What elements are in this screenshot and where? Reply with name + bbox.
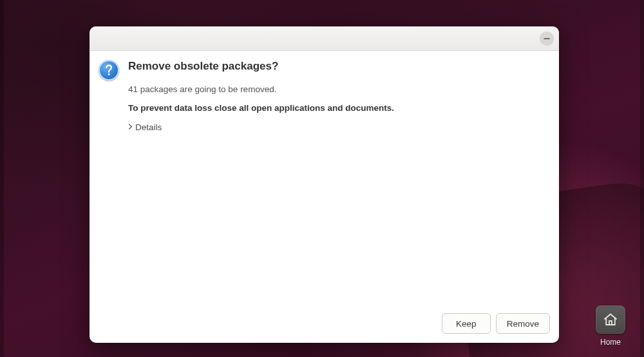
chevron-right-icon	[128, 122, 133, 131]
remove-button[interactable]: Remove	[496, 313, 550, 334]
details-expander[interactable]: Details	[128, 122, 162, 132]
svg-point-1	[108, 73, 110, 75]
details-label: Details	[135, 122, 162, 132]
dialog-message: 41 packages are going to be removed.	[128, 84, 546, 94]
desktop-home-label: Home	[592, 338, 629, 347]
titlebar	[90, 26, 559, 51]
keep-button[interactable]: Keep	[442, 313, 491, 334]
dialog-content: Remove obsolete packages? 41 packages ar…	[90, 51, 559, 307]
desktop-home-icon[interactable]: Home	[592, 305, 629, 347]
dialog-warning: To prevent data loss close all open appl…	[128, 103, 546, 113]
dialog-title: Remove obsolete packages?	[128, 60, 546, 73]
dialog-window: Remove obsolete packages? 41 packages ar…	[90, 26, 559, 343]
question-icon	[99, 60, 119, 81]
dialog-footer: Keep Remove	[90, 307, 559, 343]
minimize-button[interactable]	[540, 32, 554, 46]
